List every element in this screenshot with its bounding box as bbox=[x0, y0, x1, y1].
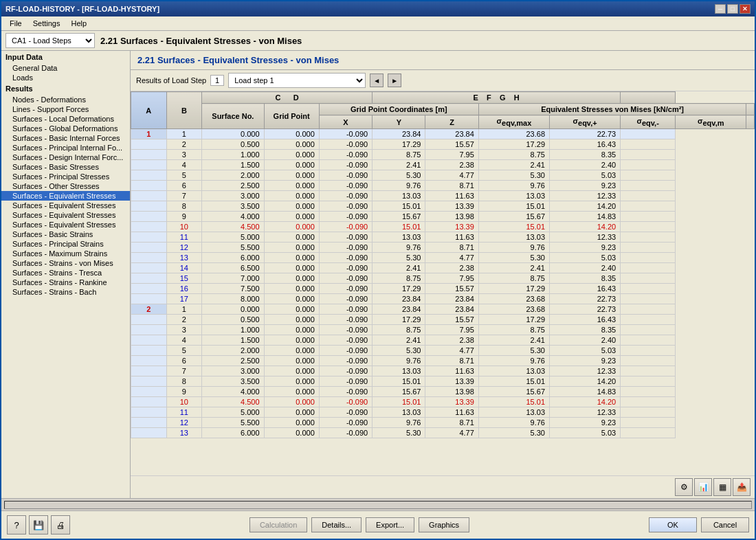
cancel-button[interactable]: Cancel bbox=[701, 517, 749, 532]
menu-settings[interactable]: Settings bbox=[27, 18, 66, 29]
sidebar-item-surfaces-basic-int[interactable]: Surfaces - Basic Internal Forces bbox=[1, 133, 130, 143]
table-row: 11.63 bbox=[425, 191, 478, 201]
table-row: 8.35 bbox=[550, 325, 621, 335]
table-row: 2.41 bbox=[478, 335, 549, 346]
table-row: 0.000 bbox=[264, 284, 319, 294]
table-row: 13.39 bbox=[425, 222, 478, 232]
graphics-button[interactable]: Graphics bbox=[419, 517, 469, 532]
table-row: 2.40 bbox=[550, 160, 621, 170]
table-row: 1.500 bbox=[202, 335, 264, 346]
details-button[interactable]: Details... bbox=[311, 517, 362, 532]
table-row: 11.63 bbox=[425, 366, 478, 376]
sidebar-item-surfaces-global-def[interactable]: Surfaces - Global Deformations bbox=[1, 124, 130, 133]
settings-icon-btn[interactable]: ⚙ bbox=[675, 478, 693, 496]
table-row: -0.090 bbox=[319, 232, 372, 243]
table-wrapper[interactable]: A B C D E F G H Surface No. Grid Point G… bbox=[131, 91, 755, 475]
sidebar-item-surfaces-other-stresses[interactable]: Surfaces - Other Stresses bbox=[1, 181, 130, 191]
table-row: -0.090 bbox=[319, 150, 372, 160]
table-row: 9.23 bbox=[550, 418, 621, 428]
table-row: 5.500 bbox=[202, 418, 264, 428]
load-step-bar: Results of Load Step 1 Load step 1 ◄ ► bbox=[131, 70, 755, 91]
bottom-icon-group: ⚙ 📊 ▦ 📤 bbox=[675, 478, 751, 496]
ok-button[interactable]: OK bbox=[649, 517, 697, 532]
table-row: -0.090 bbox=[319, 201, 372, 212]
export-icon-btn[interactable]: 📤 bbox=[733, 478, 751, 496]
sidebar-item-surfaces-principal-stresses[interactable]: Surfaces - Principal Stresses bbox=[1, 172, 130, 181]
table-row: 15.01 bbox=[373, 376, 425, 387]
sidebar-item-surfaces-strains-bach[interactable]: Surfaces - Strains - Bach bbox=[1, 287, 130, 297]
sidebar-item-surfaces-principal-strains[interactable]: Surfaces - Principal Strains bbox=[1, 239, 130, 249]
table-row: 9.76 bbox=[478, 181, 549, 191]
table-row: 11.63 bbox=[425, 232, 478, 243]
table-row: 9 bbox=[166, 387, 202, 397]
ca-dropdown[interactable]: CA1 - Load Steps bbox=[5, 33, 95, 48]
table-row: 17.29 bbox=[478, 139, 549, 150]
menu-help[interactable]: Help bbox=[65, 18, 92, 29]
print-icon-btn[interactable]: 🖨 bbox=[51, 515, 70, 535]
table-row: 12.33 bbox=[550, 191, 621, 201]
sidebar-item-surfaces-equiv-3[interactable]: Surfaces - Equivalent Stresses bbox=[1, 210, 130, 220]
sidebar-item-lines-support[interactable]: Lines - Support Forces bbox=[1, 104, 130, 114]
table-row: 4.000 bbox=[202, 387, 264, 397]
table-row: 2.41 bbox=[478, 263, 549, 273]
table-row: 15.57 bbox=[425, 315, 478, 325]
table-row: 4.500 bbox=[202, 222, 264, 232]
table-row: 0.000 bbox=[264, 253, 319, 263]
sidebar-item-surfaces-design-int[interactable]: Surfaces - Design Internal Forc... bbox=[1, 153, 130, 162]
title-bar: RF-LOAD-HISTORY - [RF-LOAD-HYSTORY] ─ □ … bbox=[1, 1, 755, 16]
table-row: 13.98 bbox=[425, 212, 478, 222]
maximize-button[interactable]: □ bbox=[727, 4, 738, 14]
table-row: -0.090 bbox=[319, 191, 372, 201]
export-button[interactable]: Export... bbox=[366, 517, 414, 532]
table-row bbox=[131, 407, 167, 418]
save-icon-btn[interactable]: 💾 bbox=[29, 515, 48, 535]
content-title: 2.21 Surfaces - Equivalent Stresses - vo… bbox=[131, 51, 755, 70]
load-step-select[interactable]: Load step 1 bbox=[228, 73, 366, 88]
chart-icon-btn[interactable]: 📊 bbox=[694, 478, 712, 496]
status-bar bbox=[1, 498, 755, 510]
prev-load-step-button[interactable]: ◄ bbox=[370, 74, 383, 87]
sidebar-item-loads[interactable]: Loads bbox=[1, 73, 130, 82]
footer: ? 💾 🖨 Calculation Details... Export... G… bbox=[1, 510, 755, 539]
table-row: 1.000 bbox=[202, 150, 264, 160]
sidebar-item-general-data[interactable]: General Data bbox=[1, 63, 130, 73]
table-icon-btn[interactable]: ▦ bbox=[713, 478, 731, 496]
horizontal-scrollbar[interactable] bbox=[4, 501, 752, 509]
close-button[interactable]: ✕ bbox=[740, 4, 751, 14]
table-row: 14.83 bbox=[550, 212, 621, 222]
table-row: 0.000 bbox=[264, 160, 319, 170]
col-header-eqv-m: σeqv,m bbox=[676, 115, 746, 129]
table-row bbox=[131, 160, 167, 170]
sidebar-item-surfaces-max-strains[interactable]: Surfaces - Maximum Strains bbox=[1, 249, 130, 258]
table-row: 3.500 bbox=[202, 201, 264, 212]
sidebar-item-surfaces-strains-von-mises[interactable]: Surfaces - Strains - von Mises bbox=[1, 258, 130, 268]
sidebar-item-surfaces-basic-strains[interactable]: Surfaces - Basic Strains bbox=[1, 229, 130, 239]
table-row: 9.76 bbox=[478, 356, 549, 366]
table-row: 9.76 bbox=[373, 243, 425, 253]
help-icon-btn[interactable]: ? bbox=[7, 515, 26, 535]
sidebar-item-surfaces-local-def[interactable]: Surfaces - Local Deformations bbox=[1, 114, 130, 124]
toolbar-separator: 2.21 Surfaces - Equivalent Stresses - vo… bbox=[100, 36, 302, 46]
sidebar-item-surfaces-equiv-2[interactable]: Surfaces - Equivalent Stresses bbox=[1, 201, 130, 210]
sidebar-item-surfaces-basic-stresses[interactable]: Surfaces - Basic Stresses bbox=[1, 162, 130, 172]
sidebar-item-surfaces-equiv-1[interactable]: Surfaces - Equivalent Stresses bbox=[1, 191, 130, 201]
next-load-step-button[interactable]: ► bbox=[388, 74, 401, 87]
sidebar-item-surfaces-equiv-4[interactable]: Surfaces - Equivalent Stresses bbox=[1, 220, 130, 229]
sidebar-item-surfaces-principal-int[interactable]: Surfaces - Principal Internal Fo... bbox=[1, 143, 130, 153]
minimize-button[interactable]: ─ bbox=[715, 4, 726, 14]
sidebar-item-nodes-def[interactable]: Nodes - Deformations bbox=[1, 95, 130, 104]
table-row: 23.84 bbox=[373, 304, 425, 315]
table-row: 6 bbox=[166, 181, 202, 191]
table-row: 0.000 bbox=[264, 335, 319, 346]
table-row: -0.090 bbox=[319, 407, 372, 418]
table-row: 7.500 bbox=[202, 284, 264, 294]
table-row: 13.03 bbox=[478, 232, 549, 243]
table-row: 15.67 bbox=[478, 212, 549, 222]
col-header-pad bbox=[746, 115, 755, 129]
sidebar-item-surfaces-strains-rankine[interactable]: Surfaces - Strains - Rankine bbox=[1, 278, 130, 287]
table-row bbox=[131, 315, 167, 325]
menu-file[interactable]: File bbox=[4, 18, 27, 29]
calculation-button[interactable]: Calculation bbox=[249, 517, 307, 532]
main-content: Input Data General Data Loads Results No… bbox=[1, 51, 755, 498]
sidebar-item-surfaces-strains-tresca[interactable]: Surfaces - Strains - Tresca bbox=[1, 268, 130, 278]
